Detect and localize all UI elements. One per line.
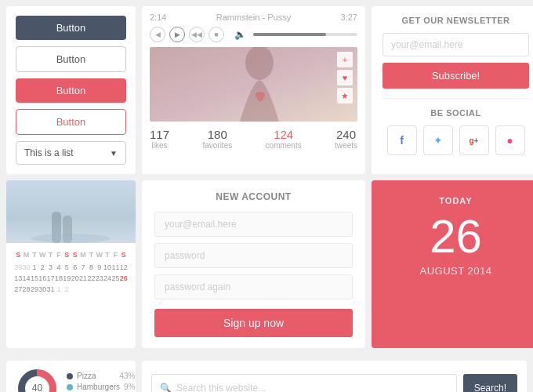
divider (383, 98, 529, 99)
player-times: 2:14 Rammstein - Pussy 3:27 (150, 13, 357, 22)
twitter-button[interactable]: ✦ (423, 125, 453, 155)
pizza-label: Pizza (77, 372, 96, 380)
main-grid: Button Button Button Button This is a li… (0, 0, 533, 361)
day-s1: S (14, 249, 22, 260)
buttons-panel: Button Button Button Button This is a li… (6, 6, 136, 174)
newsletter-title: GET OUR NEWSLETTER (383, 16, 529, 25)
stop-button[interactable]: ■ (208, 27, 224, 42)
player-image: + ♥ ★ (150, 47, 357, 122)
hamburgers-label: Hamburgers (77, 383, 120, 391)
dropdown-label: This is a list (24, 147, 74, 158)
account-password-input[interactable] (154, 243, 353, 268)
googleplus-button[interactable]: g+ (459, 125, 489, 155)
dribbble-button[interactable]: ● (495, 125, 525, 155)
hamburgers-dot (67, 384, 73, 390)
legend-hamburgers: Hamburgers 9% (67, 383, 135, 391)
pizza-dot (67, 373, 73, 379)
day-s2: S (63, 249, 71, 260)
account-panel: NEW ACCOUNT Sign up now (142, 180, 365, 348)
player-stats: 117 likes 180 favorites 124 comments 240… (150, 128, 357, 150)
rewind-button[interactable]: ◀◀ (189, 27, 205, 42)
search-icon: 🔍 (160, 383, 172, 392)
googleplus-icon: g+ (470, 136, 479, 145)
account-email-input[interactable] (154, 212, 353, 237)
volume-icon: 🔈 (234, 29, 246, 40)
day-f1: F (55, 249, 63, 260)
pizza-pct: 43% (119, 372, 135, 380)
account-password2-input[interactable] (154, 274, 353, 299)
button-outline-red[interactable]: Button (16, 109, 126, 135)
day-s3: S (71, 249, 78, 260)
social-title: BE SOCIAL (383, 108, 529, 118)
search-input-wrap: 🔍 (151, 374, 457, 392)
bottom-grid: 40 Pizza 43% Hamburgers 9% Desserts 🔍 (0, 361, 533, 392)
player-current-time: 2:14 (150, 13, 166, 22)
player-image-overlay: + ♥ ★ (337, 52, 353, 103)
today-number: 26 (383, 213, 529, 260)
facebook-icon: f (400, 134, 404, 147)
player-track-title: Rammstein - Pussy (216, 13, 291, 22)
calendar-body: S M T W T F S S M T W T F S 29 30 1 2 (6, 243, 136, 301)
svg-text:40: 40 (32, 383, 43, 393)
facebook-button[interactable]: f (387, 125, 417, 155)
stat-tweets-label: tweets (335, 141, 357, 150)
button-dark[interactable]: Button (16, 16, 126, 40)
search-button[interactable]: Search! (463, 374, 517, 392)
day-m2: M (79, 249, 87, 260)
account-title: NEW ACCOUNT (154, 191, 353, 202)
add-button[interactable]: + (337, 52, 353, 67)
day-t1: T (31, 249, 38, 260)
day-w1: W (38, 249, 46, 260)
search-input[interactable] (176, 383, 448, 392)
play-button[interactable]: ▶ (169, 27, 185, 42)
day-t3: T (87, 249, 95, 260)
today-panel: TODAY 26 AUGUST 2014 (372, 180, 533, 348)
stat-comments-label: comments (266, 141, 302, 150)
stat-likes: 117 likes (150, 128, 169, 150)
stat-comments-number: 124 (266, 128, 302, 141)
svg-point-5 (31, 234, 110, 243)
star-button[interactable]: ★ (337, 88, 353, 103)
calendar-week1: 29 30 1 2 3 4 5 6 7 8 9 10 11 12 (14, 262, 128, 273)
heart-button[interactable]: ♥ (337, 70, 353, 85)
button-outline[interactable]: Button (16, 46, 126, 72)
day-t2: T (46, 249, 54, 260)
prev-button[interactable]: ◀ (150, 27, 165, 42)
calendar-panel: S M T W T F S S M T W T F S 29 30 1 2 (6, 180, 136, 348)
calendar-photo (6, 180, 136, 243)
twitter-icon: ✦ (433, 134, 443, 147)
day-m1: M (22, 249, 30, 260)
newsletter-email-input[interactable] (383, 33, 529, 56)
player-panel: 2:14 Rammstein - Pussy 3:27 ◀ ▶ ◀◀ ■ 🔈 (142, 6, 365, 174)
subscribe-button[interactable]: Subscribe! (383, 63, 529, 89)
hamburgers-pct: 9% (124, 383, 135, 391)
dropdown[interactable]: This is a list ▼ (16, 141, 126, 165)
day-t4: T (103, 249, 111, 260)
calendar-week2: 13 14 15 16 17 18 19 20 21 22 23 24 25 2… (14, 273, 128, 284)
player-controls: ◀ ▶ ◀◀ ■ 🔈 (150, 27, 357, 42)
stat-comments: 124 comments (266, 128, 302, 150)
dribbble-icon: ● (506, 134, 513, 147)
social-icons: f ✦ g+ ● (383, 125, 529, 155)
legend-pizza: Pizza 43% (67, 372, 135, 380)
donut-panel: 40 Pizza 43% Hamburgers 9% Desserts (6, 361, 136, 392)
volume-bar[interactable] (253, 33, 357, 36)
signup-button[interactable]: Sign up now (154, 309, 353, 337)
svg-point-1 (245, 47, 274, 80)
day-w2: W (96, 249, 103, 260)
player-artwork (150, 47, 357, 122)
stat-favorites-number: 180 (202, 128, 232, 141)
chevron-down-icon: ▼ (110, 149, 118, 158)
stat-tweets-number: 240 (335, 128, 357, 141)
button-red[interactable]: Button (16, 78, 126, 103)
stat-favorites: 180 favorites (202, 128, 232, 150)
player-total-time: 3:27 (341, 13, 357, 22)
day-s4: S (120, 249, 128, 260)
stat-likes-number: 117 (150, 128, 169, 141)
donut-chart: 40 (16, 367, 59, 393)
calendar-image (6, 180, 136, 243)
stat-tweets: 240 tweets (335, 128, 357, 150)
stat-likes-label: likes (150, 141, 169, 150)
calendar-day-headers: S M T W T F S S M T W T F S (14, 249, 128, 260)
donut-legend: Pizza 43% Hamburgers 9% Desserts (67, 372, 135, 392)
